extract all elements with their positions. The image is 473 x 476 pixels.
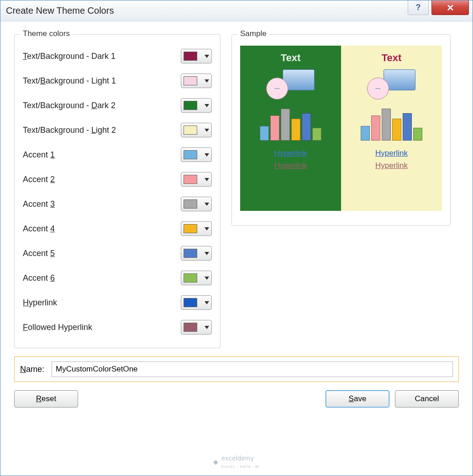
sample-followed-hyperlink-dark: Hyperlink [274, 159, 307, 172]
color-row: Text/Background - Light 2 [23, 118, 212, 142]
color-swatch [184, 126, 197, 135]
chart-bar [260, 126, 269, 141]
color-label: Text/Background - Light 2 [23, 126, 116, 135]
reset-button[interactable]: Reset [14, 390, 78, 408]
color-row: Text/Background - Dark 2 [23, 93, 212, 118]
color-row: Followed Hyperlink [23, 315, 212, 340]
chart-bar [281, 109, 290, 141]
sample-followed-hyperlink-light: Hyperlink [375, 159, 408, 172]
sample-shapes-dark: ~~ [263, 68, 318, 100]
sample-hyperlink-light: Hyperlink [375, 147, 408, 159]
color-label: Accent 3 [23, 199, 55, 209]
sample-text-light: Text [382, 52, 402, 64]
chart-bar [312, 128, 321, 141]
chevron-down-icon [205, 104, 209, 107]
color-picker-button[interactable] [181, 295, 212, 310]
color-swatch [184, 323, 197, 332]
color-row: Text/Background - Dark 1 [23, 44, 212, 68]
sample-text-dark: Text [281, 52, 301, 64]
sample-group: Sample Text ~~ Hyperlink Hyperlink Text [231, 34, 451, 226]
color-label: Accent 6 [23, 273, 55, 283]
color-label: Text/Background - Light 1 [23, 76, 116, 86]
color-label: Hyperlink [23, 298, 57, 308]
chevron-down-icon [205, 79, 209, 83]
chart-bar [270, 115, 279, 141]
dialog-window: Create New Theme Colors ? ✕ Theme colors… [0, 0, 473, 476]
color-swatch [184, 224, 197, 233]
chevron-down-icon [205, 252, 209, 255]
color-swatch [184, 175, 197, 184]
chart-bar [291, 119, 300, 141]
name-input[interactable] [52, 361, 453, 377]
color-label: Followed Hyperlink [23, 323, 92, 332]
color-picker-button[interactable] [181, 246, 212, 261]
watermark-icon: ◆ [213, 458, 219, 466]
color-label: Accent 2 [23, 175, 55, 184]
sample-circle-icon: ~~ [266, 78, 288, 99]
sample-hyperlink-dark: Hyperlink [274, 147, 307, 159]
color-row: Accent 5 [23, 241, 212, 266]
color-row: Accent 1 [23, 142, 212, 167]
titlebar: Create New Theme Colors ? ✕ [0, 0, 473, 21]
color-label: Accent 4 [23, 224, 55, 234]
color-label: Text/Background - Dark 2 [23, 101, 116, 110]
help-button[interactable]: ? [408, 0, 429, 15]
color-picker-button[interactable] [181, 73, 212, 88]
color-row: Accent 4 [23, 216, 212, 241]
color-label: Text/Background - Dark 1 [23, 52, 116, 61]
chevron-down-icon [205, 153, 209, 157]
chevron-down-icon [205, 129, 209, 132]
chevron-down-icon [205, 277, 209, 280]
name-row: Name: [14, 356, 459, 382]
color-picker-button[interactable] [181, 123, 212, 137]
window-title: Create New Theme Colors [6, 5, 114, 16]
theme-colors-group: Theme colors Text/Background - Dark 1Tex… [14, 34, 221, 348]
chart-bar [361, 126, 370, 141]
cancel-button[interactable]: Cancel [395, 390, 459, 408]
sample-pane-light: Text ~~ Hyperlink Hyperlink [341, 46, 442, 211]
color-row: Accent 3 [23, 192, 212, 216]
color-picker-button[interactable] [181, 271, 212, 285]
color-swatch [184, 199, 197, 209]
watermark: ◆ exceldemy EXCEL · DATA · BI [213, 455, 259, 469]
color-row: Text/Background - Light 1 [23, 68, 212, 93]
color-swatch [184, 101, 197, 110]
chevron-down-icon [205, 55, 209, 58]
save-button[interactable]: Save [326, 390, 389, 408]
color-swatch [184, 249, 197, 258]
color-picker-button[interactable] [181, 172, 212, 187]
theme-colors-legend: Theme colors [20, 29, 73, 38]
sample-chart-dark [260, 104, 321, 141]
color-picker-button[interactable] [181, 320, 212, 335]
chevron-down-icon [205, 178, 209, 181]
sample-legend: Sample [237, 29, 269, 38]
chart-bar [413, 128, 422, 141]
sample-pane-dark: Text ~~ Hyperlink Hyperlink [240, 46, 341, 211]
chevron-down-icon [205, 227, 209, 230]
color-swatch [184, 52, 197, 61]
color-swatch [184, 76, 197, 85]
sample-preview: Text ~~ Hyperlink Hyperlink Text [240, 46, 442, 211]
chevron-down-icon [205, 326, 209, 329]
color-picker-button[interactable] [181, 49, 212, 63]
color-picker-button[interactable] [181, 98, 212, 113]
button-bar: Reset Save Cancel [14, 390, 459, 408]
color-picker-button[interactable] [181, 147, 212, 162]
close-button[interactable]: ✕ [431, 0, 469, 15]
color-label: Accent 5 [23, 249, 55, 258]
help-icon: ? [416, 3, 421, 12]
color-label: Accent 1 [23, 150, 55, 160]
chart-bar [382, 109, 391, 141]
sample-chart-light [361, 104, 422, 141]
sample-shapes-light: ~~ [364, 68, 419, 100]
color-swatch [184, 273, 197, 282]
color-picker-button[interactable] [181, 197, 212, 211]
color-row: Hyperlink [23, 290, 212, 315]
color-picker-button[interactable] [181, 221, 212, 236]
chevron-down-icon [205, 301, 209, 304]
color-row: Accent 6 [23, 266, 212, 290]
color-swatch [184, 298, 197, 307]
chart-bar [392, 119, 401, 141]
sample-circle-icon: ~~ [367, 78, 389, 99]
chart-bar [403, 113, 412, 141]
